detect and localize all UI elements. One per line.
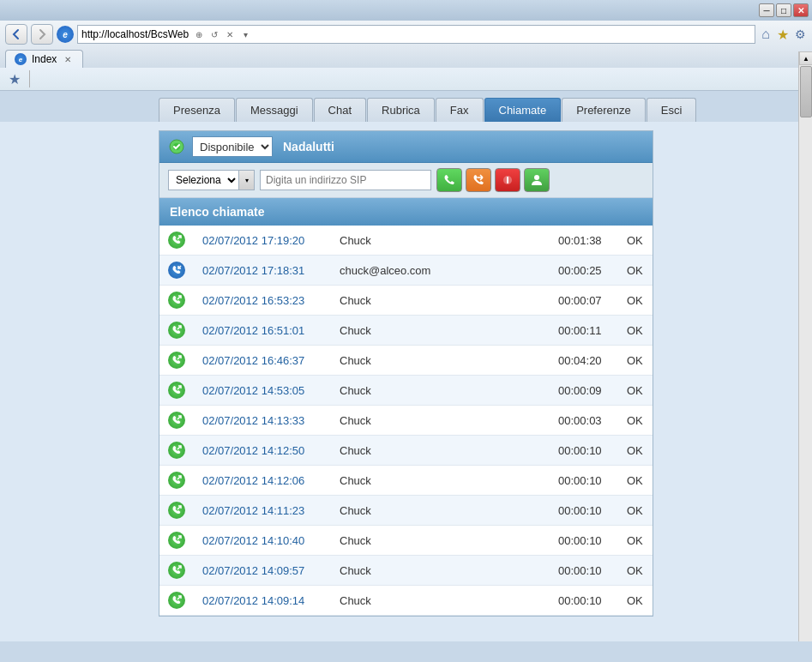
minimize-button[interactable]: ─: [759, 3, 774, 17]
call-contact: Chuck: [331, 556, 550, 586]
dial-bar: Seleziona ▾: [159, 163, 653, 198]
dial-dropdown-arrow[interactable]: ▾: [239, 170, 255, 190]
call-status: OK: [618, 406, 653, 436]
close-button[interactable]: ✕: [793, 3, 809, 17]
back-button[interactable]: [5, 24, 27, 45]
app-tab-esci[interactable]: Esci: [647, 98, 697, 122]
call-duration: 00:00:10: [550, 466, 618, 496]
calls-section: Elenco chiamate 02/07/2012 17:19:20Chuck…: [159, 198, 653, 616]
table-row: 02/07/2012 14:09:57Chuck00:00:10OK: [159, 556, 653, 586]
call-duration: 00:00:10: [550, 526, 618, 556]
scroll-track: [799, 65, 812, 641]
status-dropdown[interactable]: Disponibile Occupato Assente: [192, 136, 273, 157]
toolbar-favorites-icon[interactable]: ★: [5, 69, 24, 88]
call-status: OK: [618, 286, 653, 316]
table-row: 02/07/2012 17:19:20Chuck00:01:38OK: [159, 226, 653, 256]
call-contact: Chuck: [331, 496, 550, 526]
call-contact: Chuck: [331, 406, 550, 436]
call-status: OK: [618, 436, 653, 466]
call-type-icon: [159, 316, 194, 346]
status-select[interactable]: Disponibile Occupato Assente: [192, 136, 273, 157]
favorites-icon[interactable]: ★: [776, 27, 790, 41]
dial-input[interactable]: [260, 170, 431, 190]
stop-icon[interactable]: ✕: [223, 27, 237, 41]
call-contact: Chuck: [331, 526, 550, 556]
call-contact: Chuck: [331, 436, 550, 466]
calls-table: 02/07/2012 17:19:20Chuck00:01:38OK 02/07…: [159, 226, 653, 616]
call-status: OK: [618, 316, 653, 346]
dial-buttons: [436, 168, 550, 192]
nav-bar: e http://localhost/BcsWeb ⊕ ↺ ✕ ▾ ⌂ ★ ⚙: [0, 21, 812, 48]
app-tab-presenza[interactable]: Presenza: [159, 98, 235, 122]
title-bar: ─ □ ✕: [0, 0, 812, 21]
call-duration: 00:00:10: [550, 586, 618, 616]
calls-scroll-container[interactable]: 02/07/2012 17:19:20Chuck00:01:38OK 02/07…: [159, 226, 653, 616]
app-tab-chat[interactable]: Chat: [314, 98, 366, 122]
svg-rect-3: [507, 177, 508, 184]
call-duration: 00:00:10: [550, 436, 618, 466]
call-duration: 00:00:11: [550, 316, 618, 346]
browser-scrollbar[interactable]: ▲ ▼: [798, 51, 812, 641]
address-bar[interactable]: http://localhost/BcsWeb ⊕ ↺ ✕ ▾: [77, 25, 755, 44]
table-row: 02/07/2012 16:46:37Chuck00:04:20OK: [159, 346, 653, 376]
call-datetime: 02/07/2012 17:18:31: [194, 256, 331, 286]
dropdown-arrow-icon[interactable]: ▾: [238, 27, 252, 41]
content-area: Disponibile Occupato Assente Nadalutti S…: [0, 122, 812, 641]
app-tab-fax[interactable]: Fax: [436, 98, 484, 122]
call-type-icon: [159, 466, 194, 496]
table-row: 02/07/2012 14:13:33Chuck00:00:03OK: [159, 406, 653, 436]
call-datetime: 02/07/2012 16:46:37: [194, 346, 331, 376]
app-tab-rubrica[interactable]: Rubrica: [367, 98, 435, 122]
contact-button[interactable]: [524, 168, 550, 192]
call-duration: 00:00:09: [550, 376, 618, 406]
call-datetime: 02/07/2012 14:53:05: [194, 376, 331, 406]
hangup-button[interactable]: [495, 168, 520, 192]
call-contact: Chuck: [331, 466, 550, 496]
window-controls: ─ □ ✕: [759, 3, 809, 17]
dial-select-group: Seleziona ▾: [168, 170, 255, 190]
search-compatibility-icon[interactable]: ⊕: [192, 27, 206, 41]
tab-ie-icon: e: [15, 53, 27, 65]
app-tab-messaggi[interactable]: Messaggi: [236, 98, 313, 122]
call-duration: 00:00:10: [550, 556, 618, 586]
table-row: 02/07/2012 14:12:50Chuck00:00:10OK: [159, 436, 653, 466]
call-datetime: 02/07/2012 14:09:14: [194, 586, 331, 616]
inner-content: Disponibile Occupato Assente Nadalutti S…: [159, 130, 653, 617]
call-datetime: 02/07/2012 16:51:01: [194, 316, 331, 346]
address-text: http://localhost/BcsWeb: [81, 28, 189, 40]
dial-select[interactable]: Seleziona: [168, 170, 239, 190]
forward-button[interactable]: [31, 24, 53, 45]
call-duration: 00:00:10: [550, 496, 618, 526]
address-icons: ⊕ ↺ ✕ ▾: [192, 27, 252, 41]
call-status: OK: [618, 376, 653, 406]
scroll-thumb[interactable]: [800, 66, 812, 117]
browser-tab-index[interactable]: e Index ✕: [5, 50, 83, 68]
call-duration: 00:00:25: [550, 256, 618, 286]
call-status: OK: [618, 256, 653, 286]
address-bar-container: e http://localhost/BcsWeb ⊕ ↺ ✕ ▾: [57, 25, 755, 44]
refresh-icon[interactable]: ↺: [208, 27, 221, 41]
call-type-icon: [159, 346, 194, 376]
transfer-button[interactable]: [466, 168, 491, 192]
toolbar-divider: [29, 70, 30, 87]
call-status: OK: [618, 466, 653, 496]
call-button[interactable]: [436, 168, 462, 192]
call-datetime: 02/07/2012 14:13:33: [194, 406, 331, 436]
app-tab-chiamate[interactable]: Chiamate: [484, 98, 562, 122]
call-contact: Chuck: [331, 346, 550, 376]
svg-point-4: [534, 175, 539, 180]
call-status: OK: [618, 496, 653, 526]
call-datetime: 02/07/2012 16:53:23: [194, 286, 331, 316]
home-icon[interactable]: ⌂: [759, 27, 773, 41]
call-contact: chuck@alceo.com: [331, 256, 550, 286]
app-tab-preferenze[interactable]: Preferenze: [562, 98, 646, 122]
maximize-button[interactable]: □: [776, 3, 791, 17]
call-type-icon: [159, 556, 194, 586]
tools-icon[interactable]: ⚙: [793, 27, 807, 41]
call-contact: Chuck: [331, 226, 550, 256]
status-presence-icon: [168, 138, 185, 155]
tab-close-icon[interactable]: ✕: [62, 53, 74, 65]
scroll-up-button[interactable]: ▲: [799, 51, 812, 65]
call-status: OK: [618, 556, 653, 586]
call-contact: Chuck: [331, 286, 550, 316]
